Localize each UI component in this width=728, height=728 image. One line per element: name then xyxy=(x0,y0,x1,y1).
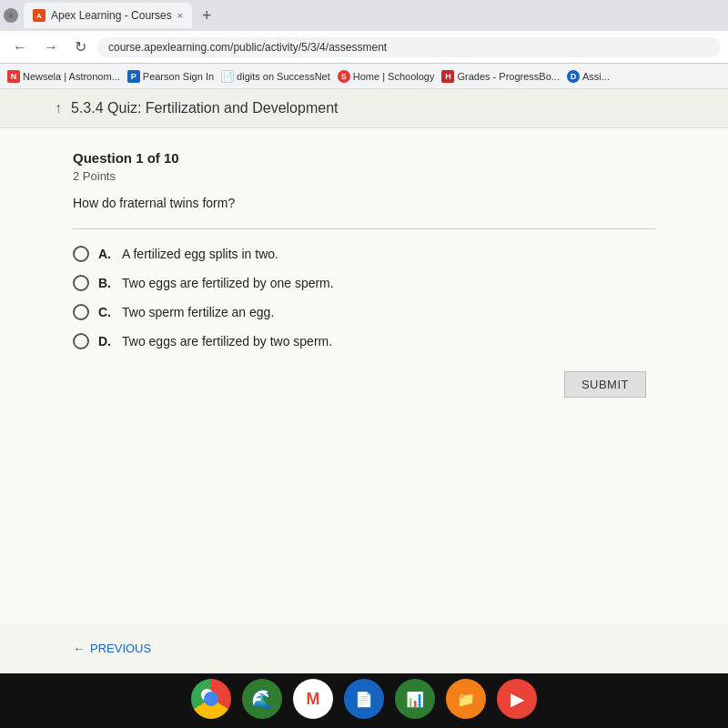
previous-link[interactable]: ← PREVIOUS xyxy=(73,642,655,655)
bookmark-schoology-label: Home | Schoology xyxy=(353,71,435,82)
reload-button[interactable]: ↻ xyxy=(69,35,92,59)
option-c-letter: C. xyxy=(98,305,111,319)
bookmark-newsela[interactable]: N Newsela | Astronom... xyxy=(7,70,120,83)
address-input[interactable] xyxy=(97,37,721,57)
option-d-text: Two eggs are fertilized by two sperm. xyxy=(122,334,332,349)
radio-c[interactable] xyxy=(73,304,89,320)
question-divider xyxy=(73,228,655,229)
window-close-btn[interactable]: × xyxy=(4,8,18,23)
tab-title: Apex Learning - Courses xyxy=(51,9,172,22)
bookmark-schoology-icon: S xyxy=(338,70,350,83)
submit-row: SUBMIT xyxy=(73,371,655,398)
bookmark-pearson-label: Pearson Sign In xyxy=(143,71,214,82)
bookmark-assi-label: Assi... xyxy=(582,71,610,82)
bookmark-grades[interactable]: H Grades - ProgressBo... xyxy=(441,70,560,83)
option-c-text: Two sperm fertilize an egg. xyxy=(122,305,274,319)
bookmark-grades-icon: H xyxy=(441,70,454,83)
content-area: ↑ 5.3.4 Quiz: Fertilization and Developm… xyxy=(0,89,728,673)
wave-icon[interactable]: 🌊 xyxy=(242,679,282,719)
bookmark-digits[interactable]: 📄 digits on SuccessNet xyxy=(221,70,330,83)
option-a: A. A fertilized egg splits in two. xyxy=(73,246,655,262)
points-label: 2 Points xyxy=(73,169,655,183)
back-button[interactable]: ← xyxy=(7,35,33,59)
quiz-body: Question 1 of 10 2 Points How do fratern… xyxy=(0,128,728,623)
sheets-icon[interactable]: 📊 xyxy=(395,679,435,719)
radio-d[interactable] xyxy=(73,333,89,349)
browser-window: × A Apex Learning - Courses × + ← → ↻ N … xyxy=(0,0,728,673)
youtube-icon[interactable]: ▶ xyxy=(497,679,537,719)
question-label: Question 1 of 10 xyxy=(73,150,655,166)
forward-button[interactable]: → xyxy=(38,35,64,59)
previous-label: PREVIOUS xyxy=(90,642,151,655)
browser: × A Apex Learning - Courses × + ← → ↻ N … xyxy=(0,0,728,673)
quiz-header: ↑ 5.3.4 Quiz: Fertilization and Developm… xyxy=(0,89,728,128)
option-c: C. Two sperm fertilize an egg. xyxy=(73,304,655,320)
radio-b[interactable] xyxy=(73,275,89,291)
bookmarks-bar: N Newsela | Astronom... P Pearson Sign I… xyxy=(0,64,728,89)
option-a-text: A fertilized egg splits in two. xyxy=(122,247,278,261)
tab-favicon: A xyxy=(33,9,46,22)
radio-a[interactable] xyxy=(73,246,89,262)
quiz-title: 5.3.4 Quiz: Fertilization and Developmen… xyxy=(71,100,338,116)
bookmark-assi[interactable]: D Assi... xyxy=(567,70,610,83)
option-b-text: Two eggs are fertilized by one sperm. xyxy=(122,276,334,290)
chrome-icon[interactable] xyxy=(191,679,231,719)
option-b-letter: B. xyxy=(98,276,111,290)
bookmark-digits-label: digits on SuccessNet xyxy=(237,71,330,82)
bookmark-assi-icon: D xyxy=(567,70,580,83)
quiz-icon: ↑ xyxy=(55,100,62,116)
bookmark-pearson[interactable]: P Pearson Sign In xyxy=(127,70,214,83)
slides-icon[interactable]: 📁 xyxy=(446,679,486,719)
address-bar: ← → ↻ xyxy=(0,31,728,64)
taskbar: 🌊 M 📄 📊 📁 ▶ xyxy=(0,673,728,728)
tab-bar: × A Apex Learning - Courses × + xyxy=(0,0,728,31)
gmail-icon[interactable]: M xyxy=(293,679,333,719)
option-a-letter: A. xyxy=(98,247,111,261)
bookmark-newsela-icon: N xyxy=(7,70,20,83)
docs-icon[interactable]: 📄 xyxy=(344,679,384,719)
new-tab-button[interactable]: + xyxy=(194,3,219,28)
active-tab[interactable]: A Apex Learning - Courses × xyxy=(24,3,192,28)
bookmark-pearson-icon: P xyxy=(127,70,140,83)
previous-row: ← PREVIOUS xyxy=(0,623,728,673)
previous-arrow-icon: ← xyxy=(73,642,85,655)
option-d-letter: D. xyxy=(98,334,111,349)
bookmark-digits-icon: 📄 xyxy=(221,70,234,83)
option-b: B. Two eggs are fertilized by one sperm. xyxy=(73,275,655,291)
bookmark-schoology[interactable]: S Home | Schoology xyxy=(338,70,435,83)
tab-close-icon[interactable]: × xyxy=(177,10,183,21)
submit-button[interactable]: SUBMIT xyxy=(564,371,646,398)
bookmark-grades-label: Grades - ProgressBo... xyxy=(457,71,560,82)
option-d: D. Two eggs are fertilized by two sperm. xyxy=(73,333,655,349)
bookmark-newsela-label: Newsela | Astronom... xyxy=(23,71,120,82)
question-text: How do fraternal twins form? xyxy=(73,196,655,210)
